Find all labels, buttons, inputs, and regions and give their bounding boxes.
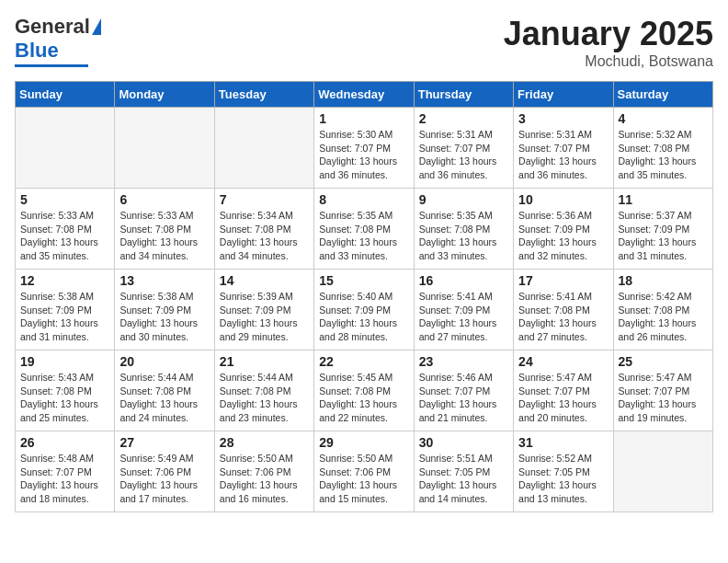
calendar-cell: 26Sunrise: 5:48 AMSunset: 7:07 PMDayligh… bbox=[16, 431, 115, 512]
calendar-cell: 30Sunrise: 5:51 AMSunset: 7:05 PMDayligh… bbox=[414, 431, 513, 512]
calendar-cell: 5Sunrise: 5:33 AMSunset: 7:08 PMDaylight… bbox=[16, 189, 115, 270]
day-info: Sunrise: 5:45 AMSunset: 7:08 PMDaylight:… bbox=[319, 371, 408, 425]
day-number: 26 bbox=[20, 435, 109, 450]
calendar-cell: 15Sunrise: 5:40 AMSunset: 7:09 PMDayligh… bbox=[314, 270, 414, 350]
calendar-cell bbox=[115, 108, 214, 189]
day-info: Sunrise: 5:47 AMSunset: 7:07 PMDaylight:… bbox=[619, 371, 708, 425]
logo-blue-text: Blue bbox=[15, 39, 59, 63]
calendar-cell: 2Sunrise: 5:31 AMSunset: 7:07 PMDaylight… bbox=[414, 108, 513, 189]
calendar-cell: 27Sunrise: 5:49 AMSunset: 7:06 PMDayligh… bbox=[115, 431, 214, 512]
calendar-cell bbox=[214, 108, 313, 189]
calendar-cell: 28Sunrise: 5:50 AMSunset: 7:06 PMDayligh… bbox=[214, 431, 313, 512]
day-info: Sunrise: 5:30 AMSunset: 7:07 PMDaylight:… bbox=[319, 128, 408, 182]
day-info: Sunrise: 5:36 AMSunset: 7:09 PMDaylight:… bbox=[518, 209, 608, 263]
day-number: 17 bbox=[518, 273, 608, 288]
day-info: Sunrise: 5:31 AMSunset: 7:07 PMDaylight:… bbox=[419, 128, 508, 182]
calendar-cell: 22Sunrise: 5:45 AMSunset: 7:08 PMDayligh… bbox=[314, 350, 414, 431]
day-number: 16 bbox=[419, 273, 508, 288]
day-info: Sunrise: 5:38 AMSunset: 7:09 PMDaylight:… bbox=[119, 290, 209, 344]
day-number: 14 bbox=[220, 273, 309, 288]
calendar-cell: 29Sunrise: 5:50 AMSunset: 7:06 PMDayligh… bbox=[314, 431, 414, 512]
calendar-cell: 19Sunrise: 5:43 AMSunset: 7:08 PMDayligh… bbox=[16, 350, 115, 431]
day-number: 7 bbox=[220, 192, 309, 207]
day-number: 27 bbox=[119, 435, 209, 450]
day-info: Sunrise: 5:35 AMSunset: 7:08 PMDaylight:… bbox=[319, 209, 408, 263]
calendar-cell: 1Sunrise: 5:30 AMSunset: 7:07 PMDaylight… bbox=[314, 108, 414, 189]
calendar-cell: 17Sunrise: 5:41 AMSunset: 7:08 PMDayligh… bbox=[514, 270, 613, 350]
calendar-cell: 16Sunrise: 5:41 AMSunset: 7:09 PMDayligh… bbox=[414, 270, 513, 350]
day-info: Sunrise: 5:31 AMSunset: 7:07 PMDaylight:… bbox=[518, 128, 608, 182]
calendar-cell: 25Sunrise: 5:47 AMSunset: 7:07 PMDayligh… bbox=[613, 350, 712, 431]
day-info: Sunrise: 5:44 AMSunset: 7:08 PMDaylight:… bbox=[119, 371, 209, 425]
logo-general-text: General bbox=[15, 15, 90, 39]
day-info: Sunrise: 5:47 AMSunset: 7:07 PMDaylight:… bbox=[518, 371, 608, 425]
day-number: 13 bbox=[119, 273, 209, 288]
day-number: 28 bbox=[220, 435, 309, 450]
day-number: 6 bbox=[119, 192, 209, 207]
month-title: January 2025 bbox=[504, 15, 713, 53]
weekday-header-monday: Monday bbox=[115, 82, 214, 108]
day-info: Sunrise: 5:49 AMSunset: 7:06 PMDaylight:… bbox=[119, 452, 209, 506]
calendar-cell: 24Sunrise: 5:47 AMSunset: 7:07 PMDayligh… bbox=[514, 350, 613, 431]
calendar-cell: 3Sunrise: 5:31 AMSunset: 7:07 PMDaylight… bbox=[514, 108, 613, 189]
calendar-cell: 8Sunrise: 5:35 AMSunset: 7:08 PMDaylight… bbox=[314, 189, 414, 270]
calendar-table: SundayMondayTuesdayWednesdayThursdayFrid… bbox=[15, 81, 713, 512]
day-number: 25 bbox=[619, 354, 708, 369]
day-info: Sunrise: 5:46 AMSunset: 7:07 PMDaylight:… bbox=[419, 371, 508, 425]
week-row-4: 19Sunrise: 5:43 AMSunset: 7:08 PMDayligh… bbox=[16, 350, 713, 431]
day-info: Sunrise: 5:44 AMSunset: 7:08 PMDaylight:… bbox=[220, 371, 309, 425]
weekday-header-tuesday: Tuesday bbox=[214, 82, 313, 108]
day-info: Sunrise: 5:42 AMSunset: 7:08 PMDaylight:… bbox=[619, 290, 708, 344]
day-number: 31 bbox=[518, 435, 608, 450]
day-number: 4 bbox=[619, 111, 708, 126]
day-number: 29 bbox=[319, 435, 408, 450]
weekday-header-saturday: Saturday bbox=[613, 82, 712, 108]
day-info: Sunrise: 5:51 AMSunset: 7:05 PMDaylight:… bbox=[419, 452, 508, 506]
calendar-cell: 6Sunrise: 5:33 AMSunset: 7:08 PMDaylight… bbox=[115, 189, 214, 270]
day-number: 21 bbox=[220, 354, 309, 369]
day-info: Sunrise: 5:50 AMSunset: 7:06 PMDaylight:… bbox=[220, 452, 309, 506]
day-number: 10 bbox=[518, 192, 608, 207]
calendar-cell bbox=[16, 108, 115, 189]
calendar-cell: 12Sunrise: 5:38 AMSunset: 7:09 PMDayligh… bbox=[16, 270, 115, 350]
calendar-cell: 20Sunrise: 5:44 AMSunset: 7:08 PMDayligh… bbox=[115, 350, 214, 431]
day-info: Sunrise: 5:40 AMSunset: 7:09 PMDaylight:… bbox=[319, 290, 408, 344]
day-number: 19 bbox=[20, 354, 109, 369]
logo-triangle-icon bbox=[92, 18, 101, 35]
calendar-cell: 14Sunrise: 5:39 AMSunset: 7:09 PMDayligh… bbox=[214, 270, 313, 350]
weekday-header-thursday: Thursday bbox=[414, 82, 513, 108]
calendar-cell: 4Sunrise: 5:32 AMSunset: 7:08 PMDaylight… bbox=[613, 108, 712, 189]
day-info: Sunrise: 5:41 AMSunset: 7:08 PMDaylight:… bbox=[518, 290, 608, 344]
day-info: Sunrise: 5:48 AMSunset: 7:07 PMDaylight:… bbox=[20, 452, 109, 506]
calendar-cell: 7Sunrise: 5:34 AMSunset: 7:08 PMDaylight… bbox=[214, 189, 313, 270]
calendar-cell: 21Sunrise: 5:44 AMSunset: 7:08 PMDayligh… bbox=[214, 350, 313, 431]
calendar-cell: 10Sunrise: 5:36 AMSunset: 7:09 PMDayligh… bbox=[514, 189, 613, 270]
day-number: 12 bbox=[20, 273, 109, 288]
calendar-cell: 31Sunrise: 5:52 AMSunset: 7:05 PMDayligh… bbox=[514, 431, 613, 512]
location-title: Mochudi, Botswana bbox=[504, 53, 713, 70]
logo: General Blue bbox=[15, 15, 101, 67]
day-info: Sunrise: 5:38 AMSunset: 7:09 PMDaylight:… bbox=[20, 290, 109, 344]
week-row-1: 1Sunrise: 5:30 AMSunset: 7:07 PMDaylight… bbox=[16, 108, 713, 189]
title-block: January 2025 Mochudi, Botswana bbox=[504, 15, 713, 70]
day-number: 22 bbox=[319, 354, 408, 369]
day-info: Sunrise: 5:43 AMSunset: 7:08 PMDaylight:… bbox=[20, 371, 109, 425]
calendar-cell: 18Sunrise: 5:42 AMSunset: 7:08 PMDayligh… bbox=[613, 270, 712, 350]
page-header: General Blue January 2025 Mochudi, Botsw… bbox=[15, 15, 713, 70]
day-number: 9 bbox=[419, 192, 508, 207]
day-info: Sunrise: 5:32 AMSunset: 7:08 PMDaylight:… bbox=[619, 128, 708, 182]
weekday-header-row: SundayMondayTuesdayWednesdayThursdayFrid… bbox=[16, 82, 713, 108]
logo-underline bbox=[15, 64, 88, 67]
week-row-5: 26Sunrise: 5:48 AMSunset: 7:07 PMDayligh… bbox=[16, 431, 713, 512]
day-number: 3 bbox=[518, 111, 608, 126]
day-number: 2 bbox=[419, 111, 508, 126]
day-info: Sunrise: 5:52 AMSunset: 7:05 PMDaylight:… bbox=[518, 452, 608, 506]
day-number: 24 bbox=[518, 354, 608, 369]
day-info: Sunrise: 5:35 AMSunset: 7:08 PMDaylight:… bbox=[419, 209, 508, 263]
day-info: Sunrise: 5:37 AMSunset: 7:09 PMDaylight:… bbox=[619, 209, 708, 263]
calendar-cell: 23Sunrise: 5:46 AMSunset: 7:07 PMDayligh… bbox=[414, 350, 513, 431]
calendar-cell: 11Sunrise: 5:37 AMSunset: 7:09 PMDayligh… bbox=[613, 189, 712, 270]
week-row-2: 5Sunrise: 5:33 AMSunset: 7:08 PMDaylight… bbox=[16, 189, 713, 270]
day-number: 8 bbox=[319, 192, 408, 207]
day-number: 15 bbox=[319, 273, 408, 288]
